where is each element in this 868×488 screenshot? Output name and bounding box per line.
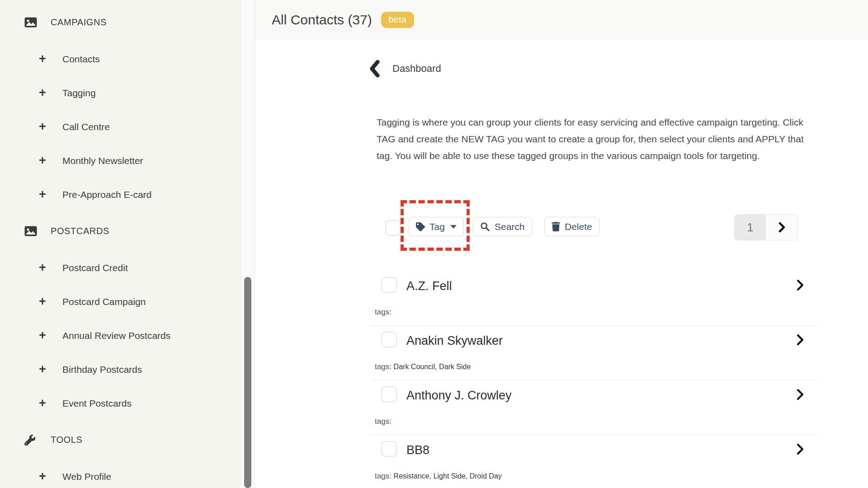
sidebar-item-event-postcards[interactable]: +Event Postcards [0,386,241,420]
chevron-right-icon[interactable] [795,443,805,455]
sidebar-item-annual-review-postcards[interactable]: +Annual Review Postcards [0,319,241,352]
image-icon [24,226,38,237]
tags-values: Dark Council, Dark Side [394,363,471,371]
sidebar-item-tagging[interactable]: +Tagging [0,76,241,110]
page-title: All Contacts (37) [272,12,372,28]
search-icon [480,222,490,232]
tag-icon [416,222,425,231]
search-button-label: Search [495,221,525,232]
plus-icon: + [39,87,52,99]
contact-name: BB8 [406,443,429,457]
plus-icon: + [39,296,52,308]
sidebar-item-monthly-newsletter[interactable]: +Monthly Newsletter [0,144,241,178]
chevron-right-icon[interactable] [795,333,805,346]
image-icon [24,17,38,28]
trash-icon [552,222,560,231]
scrollbar-thumb[interactable] [244,277,251,488]
sidebar-item-contacts[interactable]: +Contacts [0,42,241,76]
sidebar: CAMPAIGNS+Contacts+Tagging+Call Centre+M… [0,0,241,488]
sidebar-section-campaigns[interactable]: CAMPAIGNS [0,5,241,39]
contact-row[interactable]: Anakin Skywalker tags: Dark Council, Dar… [371,326,818,380]
chevron-right-icon[interactable] [795,388,805,401]
search-button[interactable]: Search [473,217,532,236]
contact-row[interactable]: BB8 tags: Resistance, Light Side, Droid … [371,435,818,488]
sidebar-section-postcards[interactable]: POSTCARDS [0,214,241,248]
contact-row[interactable]: Anthony J. Crowley tags: [371,380,818,435]
plus-icon: + [39,329,52,342]
tagging-description: Tagging is where you can group your clie… [377,114,813,164]
sidebar-section-tools[interactable]: TOOLS [0,423,241,457]
sidebar-item-postcard-credit[interactable]: +Postcard Credit [0,251,241,285]
contact-tags: tags: [375,417,392,426]
tags-label: tags: [375,308,392,316]
delete-button-label: Delete [565,221,592,232]
sidebar-scrollbar[interactable] [241,0,255,488]
page-header: All Contacts (37) beta [255,0,868,40]
sidebar-item-pre-approach-e-card[interactable]: +Pre-Approach E-card [0,178,241,211]
contact-name: Anakin Skywalker [406,334,503,348]
contact-tags: tags: Dark Council, Dark Side [375,362,471,371]
tags-values: Resistance, Light Side, Droid Day [394,472,502,480]
contact-name: Anthony J. Crowley [406,389,512,403]
next-page-button[interactable] [766,215,797,240]
tags-label: tags: [375,417,392,426]
chevron-right-icon [776,221,787,233]
plus-icon: + [39,363,52,375]
sidebar-item-call-centre[interactable]: +Call Centre [0,110,241,144]
tag-button-label: Tag [429,221,445,232]
main-panel: All Contacts (37) beta Dashboard Tagging… [255,0,868,488]
chevron-left-icon [368,60,382,78]
tag-button[interactable]: Tag [409,217,464,236]
plus-icon: + [39,188,52,201]
caret-down-icon [450,225,457,229]
wrench-icon [24,435,38,446]
plus-icon: + [39,121,52,133]
contact-tags: tags: Resistance, Light Side, Droid Day [375,472,502,481]
plus-icon: + [39,470,52,483]
plus-icon: + [39,53,52,65]
contact-checkbox[interactable] [381,332,397,347]
plus-icon: + [39,262,52,274]
beta-badge: beta [381,12,414,28]
contact-name: A.Z. Fell [406,279,452,293]
sidebar-item-birthday-postcards[interactable]: +Birthday Postcards [0,352,241,386]
contact-checkbox[interactable] [381,441,397,457]
sidebar-item-postcard-campaign[interactable]: +Postcard Campaign [0,285,241,319]
contact-checkbox[interactable] [381,386,397,402]
contact-checkbox[interactable] [381,277,397,293]
contact-list: A.Z. Fell tags: Anakin Skywalker tags: D… [371,271,818,488]
pagination: 1 [734,214,798,240]
contact-row[interactable]: A.Z. Fell tags: [371,271,818,326]
delete-button[interactable]: Delete [544,217,599,236]
back-to-dashboard-link[interactable]: Dashboard [368,60,441,78]
tags-label: tags: [375,472,392,480]
plus-icon: + [39,155,52,167]
back-link-label: Dashboard [392,63,441,75]
sidebar-item-web-profile[interactable]: +Web Profile [0,460,241,488]
tag-button-highlight: Tag [401,200,470,251]
contact-tags: tags: [375,308,392,317]
select-all-checkbox[interactable] [385,220,401,236]
chevron-right-icon[interactable] [795,279,805,291]
plus-icon: + [39,397,52,409]
tags-label: tags: [375,362,392,371]
page-number[interactable]: 1 [735,215,766,240]
